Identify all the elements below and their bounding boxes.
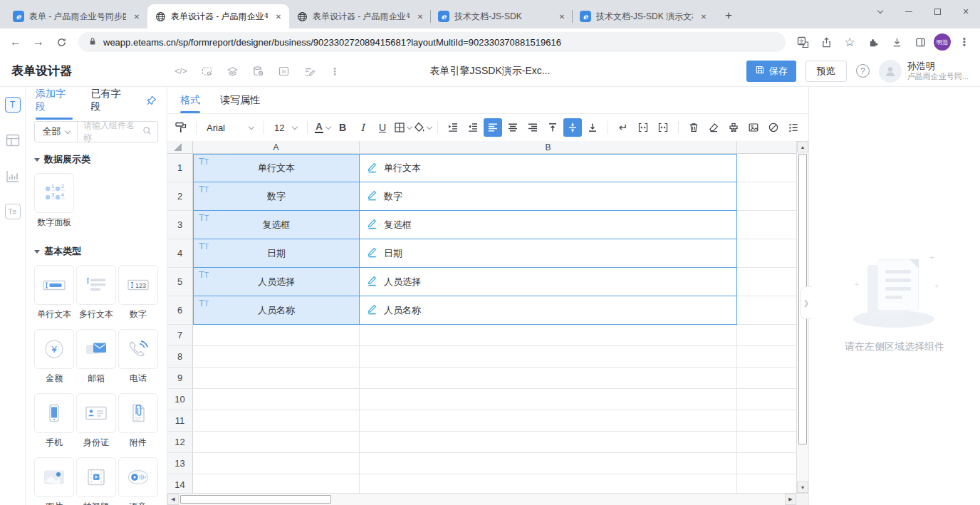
- font-family-select[interactable]: Arial: [202, 123, 258, 133]
- layers-icon[interactable]: [224, 63, 240, 79]
- field-item-number[interactable]: 123数字: [118, 265, 158, 326]
- font-size-select[interactable]: 12: [270, 123, 301, 133]
- browser-tab[interactable]: e技术文档-JS-SDK 演示文档✕: [573, 4, 714, 28]
- valign-middle-icon[interactable]: [563, 118, 582, 137]
- browser-tab[interactable]: e表单 - 卢晶雨企业号同步团队✕: [6, 4, 147, 28]
- cell-C10[interactable]: [737, 389, 796, 410]
- maximize-icon[interactable]: [923, 0, 952, 23]
- column-header-B[interactable]: B: [360, 141, 737, 154]
- align-center-icon[interactable]: [504, 118, 522, 137]
- cell-A4[interactable]: TT日期: [193, 239, 360, 268]
- field-item-multi-text[interactable]: 多行文本: [76, 265, 117, 326]
- select-all-corner[interactable]: [167, 141, 193, 154]
- row-header-13[interactable]: 13: [167, 453, 193, 474]
- field-item-money[interactable]: ¥金额: [34, 329, 75, 390]
- cell-B7[interactable]: [360, 325, 737, 346]
- clear-format-icon[interactable]: [724, 118, 743, 137]
- column-header-A[interactable]: A: [193, 141, 360, 154]
- cell-B10[interactable]: [360, 389, 737, 410]
- header-more-icon[interactable]: ⋮: [327, 63, 343, 79]
- cell-C11[interactable]: [737, 410, 796, 432]
- browser-tab[interactable]: e技术文档-JS-SDK✕: [431, 4, 573, 28]
- code-icon[interactable]: </>: [173, 63, 189, 79]
- component-search-input[interactable]: 请输入组件名称: [78, 122, 157, 142]
- scroll-right-icon[interactable]: ▶: [785, 494, 796, 505]
- tab-add-fields[interactable]: 添加字段: [36, 87, 73, 120]
- cell-A11[interactable]: [193, 410, 360, 432]
- tab-readwrite[interactable]: 读写属性: [220, 87, 260, 113]
- cell-B6[interactable]: 人员名称: [360, 296, 737, 325]
- edit-rules-icon[interactable]: [301, 63, 317, 79]
- field-item-single-text[interactable]: 单行文本: [34, 265, 75, 326]
- cell-B13[interactable]: [360, 453, 737, 474]
- row-header-4[interactable]: 4: [167, 239, 193, 268]
- cell-C13[interactable]: [737, 453, 796, 474]
- row-header-14[interactable]: 14: [167, 474, 193, 493]
- cell-C9[interactable]: [737, 368, 796, 389]
- field-item-voice[interactable]: 语音: [118, 457, 158, 505]
- cell-A1[interactable]: TT单行文本: [193, 154, 360, 182]
- horizontal-scroll-thumb[interactable]: [180, 495, 331, 504]
- tab-close-icon[interactable]: ✕: [698, 11, 709, 22]
- align-left-icon[interactable]: [484, 118, 502, 137]
- window-close-icon[interactable]: ✕: [952, 0, 980, 23]
- cell-A14[interactable]: [193, 474, 360, 493]
- back-icon[interactable]: ←: [6, 32, 26, 52]
- save-button[interactable]: 保存: [746, 61, 796, 82]
- row-header-9[interactable]: 9: [167, 368, 193, 389]
- eraser-icon[interactable]: [704, 118, 723, 137]
- forward-icon[interactable]: →: [28, 32, 48, 52]
- tab-search-icon[interactable]: [866, 0, 895, 23]
- section-header[interactable]: 数据展示类: [34, 153, 158, 166]
- cell-B14[interactable]: [360, 474, 737, 493]
- row-header-5[interactable]: 5: [167, 268, 193, 296]
- valign-bottom-icon[interactable]: [583, 118, 602, 137]
- cell-C7[interactable]: [737, 325, 796, 346]
- tab-close-icon[interactable]: ✕: [415, 11, 426, 22]
- browser-profile-avatar[interactable]: 明浩: [934, 33, 951, 51]
- browser-tab[interactable]: 表单设计器 - 卢晶雨企业号同✕: [289, 4, 431, 28]
- row-header-10[interactable]: 10: [167, 389, 193, 410]
- share-icon[interactable]: [816, 32, 836, 52]
- field-item-number-panel[interactable]: 1234数字面板: [34, 173, 75, 234]
- field-item-picture[interactable]: 图片: [34, 457, 75, 505]
- scroll-down-icon[interactable]: ▼: [797, 481, 808, 493]
- new-tab-button[interactable]: +: [719, 6, 739, 26]
- field-item-email[interactable]: 邮箱: [76, 329, 117, 390]
- row-header-2[interactable]: 2: [167, 182, 193, 211]
- row-header-3[interactable]: 3: [167, 211, 193, 239]
- merge-cells-icon[interactable]: [634, 118, 652, 137]
- delete-icon[interactable]: [684, 118, 703, 137]
- cell-C8[interactable]: [737, 346, 796, 368]
- cell-C4[interactable]: [737, 239, 796, 268]
- valign-top-icon[interactable]: [543, 118, 562, 137]
- row-header-7[interactable]: 7: [167, 325, 193, 346]
- field-item-mobile[interactable]: 手机: [34, 393, 75, 454]
- cell-A5[interactable]: TT人员选择: [193, 268, 360, 296]
- url-bar[interactable]: weapp.eteams.cn/sp/formreport/designer/b…: [78, 32, 786, 52]
- indent-decrease-icon[interactable]: [464, 118, 482, 137]
- disable-icon[interactable]: [764, 118, 783, 137]
- user-info[interactable]: 孙浩明 卢晶雨企业号同...: [879, 60, 969, 83]
- cell-A3[interactable]: TT复选框: [193, 211, 360, 239]
- cell-B8[interactable]: [360, 346, 737, 368]
- cell-B1[interactable]: 单行文本: [360, 154, 737, 182]
- cell-A8[interactable]: [193, 346, 360, 368]
- bookmark-star-icon[interactable]: ☆: [840, 32, 860, 52]
- cell-A13[interactable]: [193, 453, 360, 474]
- cell-A7[interactable]: [193, 325, 360, 346]
- row-header-6[interactable]: 6: [167, 296, 193, 325]
- cell-C3[interactable]: [737, 211, 796, 239]
- borders-icon[interactable]: [393, 118, 412, 137]
- field-item-attachment[interactable]: 附件: [118, 393, 158, 454]
- column-header-partial[interactable]: [737, 141, 796, 154]
- rail-layout-icon[interactable]: [5, 132, 21, 148]
- cell-C6[interactable]: [737, 296, 796, 325]
- cell-B11[interactable]: [360, 410, 737, 432]
- tab-close-icon[interactable]: ✕: [273, 11, 284, 22]
- scroll-up-icon[interactable]: ▲: [797, 141, 808, 152]
- format-painter-icon[interactable]: [172, 118, 190, 137]
- preview-button[interactable]: 预览: [806, 61, 847, 82]
- browser-tab[interactable]: 表单设计器 - 卢晶雨企业号同✕: [147, 4, 289, 28]
- row-header-1[interactable]: 1: [167, 154, 193, 182]
